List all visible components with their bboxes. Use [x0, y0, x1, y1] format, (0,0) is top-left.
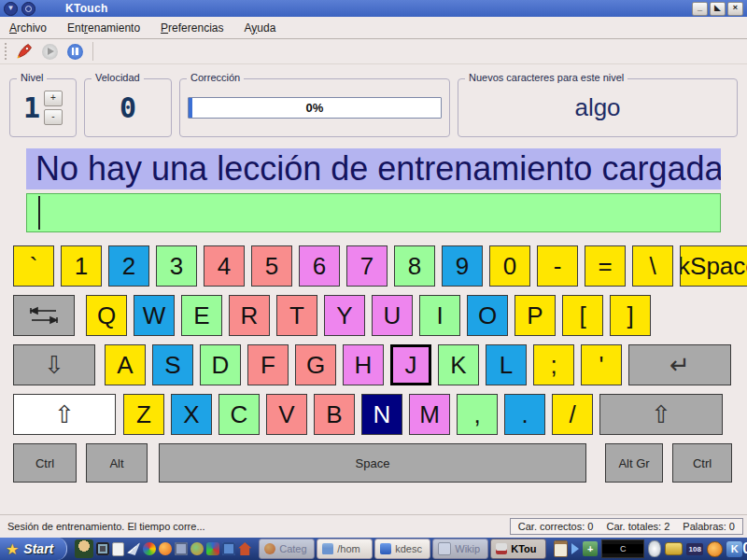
key-a: A	[105, 344, 146, 385]
key-q: Q	[86, 295, 127, 336]
menu-item-entrenamiento[interactable]: Entrenamiento	[67, 21, 140, 35]
ktorrent-tray-icon[interactable]: K	[726, 541, 742, 557]
sticky-button[interactable]	[21, 2, 35, 16]
key-m: M	[409, 394, 450, 435]
progress-text: 0%	[189, 98, 441, 118]
key-s: S	[152, 344, 193, 385]
key-=: =	[585, 245, 626, 287]
start-button[interactable]: ★ Start	[0, 538, 67, 560]
key-0: 0	[489, 245, 530, 287]
pause-icon	[67, 44, 83, 60]
start-new-session-button[interactable]	[13, 41, 35, 62]
key-,: ,	[457, 394, 498, 435]
key-space: Space	[159, 443, 586, 483]
coins-tray-icon[interactable]	[707, 541, 723, 557]
student-input-line[interactable]	[26, 193, 721, 232]
status-message: Sesión de entrenamiento. El tiempo corre…	[4, 521, 205, 532]
key-o: O	[467, 295, 508, 336]
key-v: V	[266, 394, 307, 435]
capplet-tray-icon[interactable]: C	[601, 539, 644, 558]
level-up-button[interactable]: +	[44, 91, 63, 106]
firefox-icon	[264, 543, 275, 554]
maximize-button[interactable]: ◣	[710, 2, 726, 16]
folder-icon	[322, 543, 333, 554]
display-icon[interactable]	[175, 542, 188, 555]
key-6: 6	[299, 245, 340, 287]
stat-correct-chars: Car. correctos: 0	[518, 521, 594, 532]
pause-button[interactable]	[63, 41, 86, 62]
plane-icon[interactable]	[127, 542, 140, 555]
key-7: 7	[346, 245, 388, 287]
screen-icon[interactable]	[222, 542, 235, 555]
ktouch-icon	[496, 543, 507, 554]
key-5: 5	[251, 245, 292, 287]
level-label: Nivel	[17, 72, 47, 83]
correctness-progressbar: 0%	[188, 97, 442, 119]
key-ctrl-right: Ctrl	[672, 443, 732, 483]
new-characters-label: Nuevos caracteres para este nivel	[465, 72, 627, 83]
tab-icon	[28, 305, 60, 326]
window-menu-button[interactable]: ▼	[4, 2, 18, 16]
key-p: P	[514, 295, 556, 336]
key-l: L	[486, 344, 527, 385]
klipper-tray-icon[interactable]	[554, 540, 568, 557]
key-n: N	[361, 394, 402, 435]
play-button[interactable]	[38, 41, 61, 62]
key-shift-left: ⇧	[13, 394, 116, 435]
window-button-label: Wikip	[455, 543, 480, 554]
toolbar-drag-handle[interactable]	[4, 42, 7, 61]
pinwheel-icon[interactable]	[143, 542, 156, 555]
key-y: Y	[324, 295, 365, 336]
window-title: KTouch	[65, 2, 108, 15]
ktouch-window: ▼ KTouch _ ◣ × ArchivoEntrenamientoPrefe…	[0, 0, 747, 538]
menu-item-ayuda[interactable]: Ayuda	[244, 21, 275, 35]
key-]: ]	[610, 295, 651, 336]
menu-item-preferencias[interactable]: Preferencias	[161, 21, 223, 35]
toolbar	[0, 39, 747, 64]
firefox-icon[interactable]	[159, 542, 172, 555]
key-tab	[13, 295, 75, 336]
level-lcd: 1	[23, 94, 40, 122]
taskbar-window-kdesc[interactable]: kdesc	[374, 539, 430, 559]
speed-lcd: 0	[120, 94, 136, 122]
key-2: 2	[108, 245, 149, 287]
key-3: 3	[156, 245, 197, 287]
key-/: /	[552, 394, 593, 435]
window-list: Categ/homkdescWikipKTou	[259, 539, 546, 559]
rocket-icon	[15, 42, 34, 61]
key-capslock: ⇩	[13, 344, 95, 385]
globe-icon[interactable]	[190, 542, 204, 555]
key-z: Z	[123, 394, 164, 435]
palette-icon[interactable]	[206, 542, 219, 555]
taskbar-window-ktou[interactable]: KTou	[490, 539, 546, 559]
arrow-tray-icon[interactable]	[571, 543, 579, 554]
minimize-button[interactable]: _	[692, 2, 708, 16]
close-button[interactable]: ×	[727, 2, 743, 16]
gold-tray-icon[interactable]	[665, 542, 683, 555]
taskbar-window-hom[interactable]: /hom	[317, 539, 373, 559]
key-r: R	[229, 295, 270, 336]
document-icon[interactable]	[112, 542, 124, 556]
badge-tray-icon[interactable]: 108	[686, 543, 703, 555]
star-icon: ★	[6, 540, 19, 558]
key-b: B	[314, 394, 355, 435]
key-backspace: BackSpace	[680, 245, 747, 287]
keyboard-row: ⇧ZXCVBNM,./⇧	[13, 394, 747, 435]
taskbar-window-wikip[interactable]: Wikip	[432, 539, 488, 559]
taskbar: ★ Start Categ/homkdescWikipKTou +C108K 0…	[0, 538, 747, 560]
home-icon[interactable]	[238, 542, 251, 555]
taskbar-window-categ[interactable]: Categ	[259, 539, 315, 559]
keyboard-row: ⇩ASDFGHJKL;'↵	[13, 344, 747, 385]
wizard-icon[interactable]	[75, 539, 93, 558]
volume-tray-icon[interactable]	[648, 540, 661, 557]
key-e: E	[181, 295, 222, 336]
key-enter: ↵	[628, 344, 731, 385]
text-caret	[38, 196, 40, 230]
speed-groupbox: Velocidad 0	[84, 78, 172, 137]
desktop-icon[interactable]	[96, 542, 109, 555]
keyboard-row: `1234567890-=\BackSpace	[13, 245, 747, 287]
level-down-button[interactable]: -	[44, 109, 63, 125]
key-u: U	[372, 295, 413, 336]
menu-item-archivo[interactable]: Archivo	[9, 21, 47, 35]
book-tray-icon[interactable]: +	[583, 541, 598, 556]
